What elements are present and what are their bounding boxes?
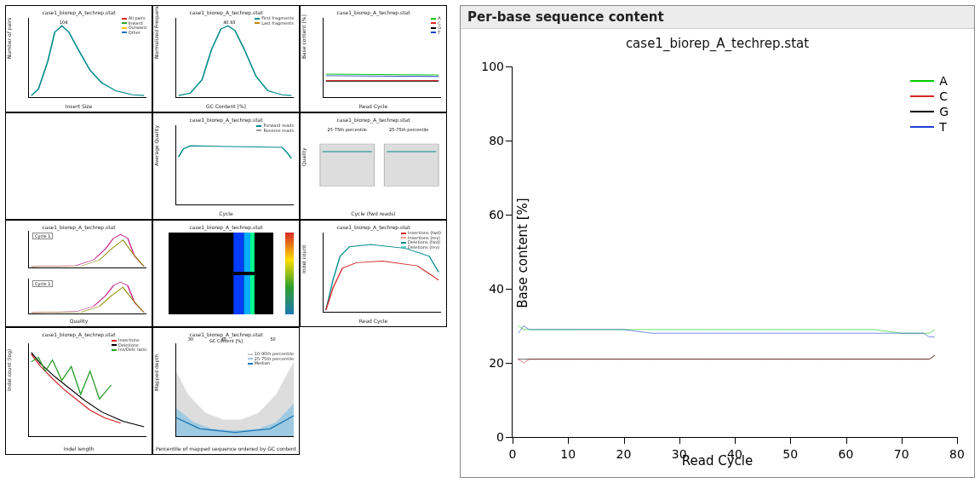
thumb-ylabel: Number of pairs bbox=[6, 18, 12, 59]
x-axis-label: Read Cycle bbox=[461, 453, 974, 469]
thumb-avg-quality[interactable]: case1_biorep_A_techrep.stat Forward read… bbox=[152, 112, 300, 220]
y-tick-label: 0 bbox=[473, 430, 504, 444]
thumb-xlabel: Insert Size bbox=[6, 103, 152, 109]
thumb-row: case1_biorep_A_techrep.stat All pairs In… bbox=[5, 5, 448, 112]
thumb-indel-length[interactable]: case1_biorep_A_techrep.stat Insertions D… bbox=[5, 327, 152, 455]
thumb-empty bbox=[300, 327, 447, 455]
legend-label: A bbox=[939, 74, 948, 88]
thumb-ylabel: Indel count (log) bbox=[6, 349, 12, 391]
legend-item: C bbox=[910, 89, 948, 104]
thumb-ylabel: Average Quality bbox=[153, 125, 159, 166]
thumb-title: case1_biorep_A_techrep.stat bbox=[6, 224, 152, 230]
thumb-row: case1_biorep_A_techrep.stat Insertions D… bbox=[5, 327, 448, 455]
svg-rect-12 bbox=[169, 272, 273, 275]
thumb-title: case1_biorep_A_techrep.stat bbox=[6, 9, 152, 15]
svg-line-1 bbox=[326, 76, 438, 77]
peak-label: 104 bbox=[60, 20, 68, 25]
thumb-plot: 40.93 bbox=[175, 18, 294, 98]
thumb-plot bbox=[28, 343, 146, 437]
legend-item: A bbox=[910, 73, 948, 89]
colorbar bbox=[285, 233, 294, 314]
legend-label: T bbox=[939, 120, 947, 134]
thumbnail-grid: case1_biorep_A_techrep.stat All pairs In… bbox=[5, 5, 448, 478]
thumb-xlabel: Cycle bbox=[153, 210, 299, 216]
detail-panel: Per-base sequence content case1_biorep_A… bbox=[460, 5, 975, 478]
thumb-title: case1_biorep_A_techrep.stat bbox=[153, 9, 299, 15]
thumb-insert-size[interactable]: case1_biorep_A_techrep.stat All pairs In… bbox=[5, 5, 152, 112]
thumb-title: case1_biorep_A_techrep.stat bbox=[301, 117, 446, 123]
thumb-ylabel: Indel count bbox=[301, 244, 307, 273]
svg-line-0 bbox=[326, 74, 438, 75]
svg-rect-4 bbox=[320, 144, 375, 187]
detail-plot: case1_biorep_A_techrep.stat 020406080100… bbox=[461, 29, 974, 477]
heatmap-area bbox=[169, 233, 273, 314]
thumb-xlabel: Indel length bbox=[6, 446, 152, 451]
thumb-quality-by-cycle[interactable]: case1_biorep_A_techrep.stat 25-75th perc… bbox=[300, 112, 447, 220]
legend-item: G bbox=[910, 104, 948, 119]
thumb-xlabel: GC Content [%] bbox=[153, 103, 299, 109]
legend-label: G bbox=[939, 105, 948, 118]
y-axis-label: Base content [%] bbox=[515, 198, 530, 308]
y-tick-label: 20 bbox=[473, 356, 504, 370]
thumb-plot bbox=[175, 125, 294, 205]
thumb-plot: 30 40 50 bbox=[175, 343, 294, 437]
thumb-title: case1_biorep_A_techrep.stat bbox=[6, 331, 152, 337]
thumb-ylabel: Normalized Frequency bbox=[153, 5, 159, 59]
y-tick-label: 80 bbox=[473, 134, 504, 147]
y-tick-label: 40 bbox=[473, 282, 504, 296]
thumb-indel-cycle[interactable]: case1_biorep_A_techrep.stat Insertions (… bbox=[300, 220, 447, 327]
legend-label: C bbox=[939, 89, 948, 103]
thumb-ylabel: Base content [%] bbox=[301, 14, 307, 59]
thumb-plot: 25-75th percentile 25-75th percentile bbox=[318, 129, 441, 205]
panel-title: Per-base sequence content bbox=[461, 6, 974, 29]
thumb-xlabel: Quality bbox=[6, 318, 152, 324]
thumb-plot bbox=[323, 18, 441, 98]
svg-rect-5 bbox=[384, 144, 438, 187]
thumb-plot-bot: Cycle 1 bbox=[28, 279, 146, 314]
chart-axes: 02040608010001020304050607080 bbox=[512, 66, 957, 438]
thumb-plot bbox=[323, 233, 441, 313]
thumb-xlabel: Read Cycle bbox=[301, 318, 446, 324]
thumb-title: case1_biorep_A_techrep.stat bbox=[301, 9, 446, 15]
legend-item: T bbox=[910, 119, 948, 135]
thumb-row: case1_biorep_A_techrep.stat Cycle 1 Cycl… bbox=[5, 220, 448, 327]
thumb-quality-hist[interactable]: case1_biorep_A_techrep.stat Cycle 1 Cycl… bbox=[5, 220, 152, 327]
chart-legend: ACGT bbox=[910, 73, 948, 135]
thumb-xlabel: Read Cycle bbox=[301, 103, 446, 109]
thumb-ylabel: Quality bbox=[301, 148, 307, 166]
thumb-gc-depth[interactable]: case1_biorep_A_techrep.stat GC Content [… bbox=[152, 327, 300, 455]
thumb-empty bbox=[5, 112, 152, 220]
thumb-row: case1_biorep_A_techrep.stat Forward read… bbox=[5, 112, 448, 220]
thumb-heatmap[interactable]: case1_biorep_A_techrep.stat bbox=[152, 220, 300, 327]
peak-label: 40.93 bbox=[223, 20, 235, 25]
thumb-plot-top: Cycle 1 bbox=[28, 231, 146, 268]
thumb-title: case1_biorep_A_techrep.stat bbox=[153, 224, 299, 230]
thumb-xlabel: Percentile of mapped sequence ordered by… bbox=[153, 446, 299, 451]
thumb-plot: 104 bbox=[28, 18, 146, 98]
thumb-xlabel: Cycle (fwd reads) bbox=[301, 210, 446, 216]
chart-title: case1_biorep_A_techrep.stat bbox=[461, 36, 974, 51]
thumb-title: case1_biorep_A_techrep.stat bbox=[153, 117, 299, 123]
thumb-gc-content[interactable]: case1_biorep_A_techrep.stat First fragme… bbox=[152, 5, 300, 112]
thumb-per-base-content[interactable]: case1_biorep_A_techrep.stat A C G T Base… bbox=[300, 5, 447, 112]
y-tick-label: 60 bbox=[473, 208, 504, 221]
y-tick-label: 100 bbox=[473, 60, 504, 73]
thumb-ylabel: Mapped depth bbox=[153, 354, 159, 391]
thumb-title: case1_biorep_A_techrep.stat bbox=[301, 224, 446, 230]
